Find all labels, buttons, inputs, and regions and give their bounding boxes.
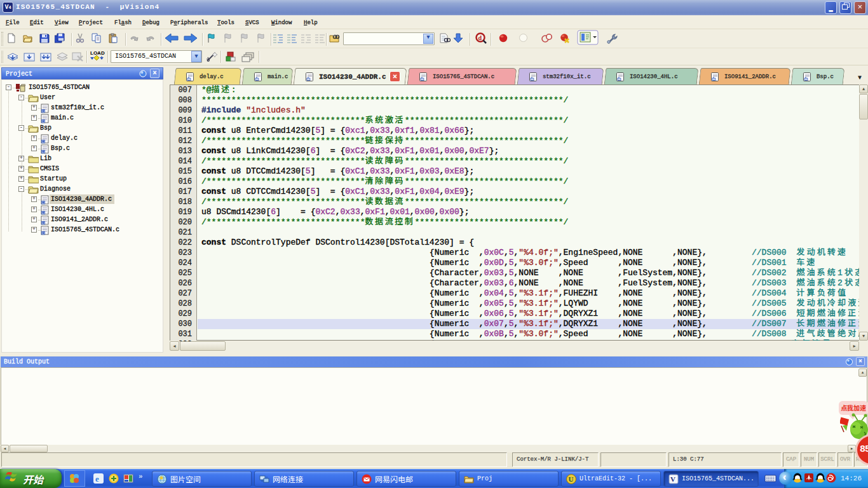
svg-text:U: U: [569, 475, 574, 483]
svg-text:d: d: [478, 34, 482, 41]
svg-text:e: e: [95, 474, 99, 484]
svg-text:LOAD: LOAD: [90, 50, 105, 56]
svg-text:V: V: [670, 475, 675, 483]
